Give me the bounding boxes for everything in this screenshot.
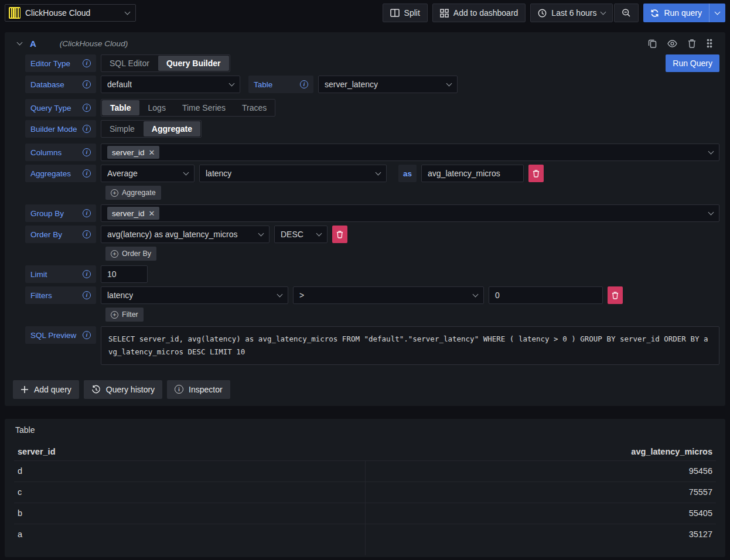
add-filter-button[interactable]: Filter <box>105 308 144 322</box>
run-query-button[interactable]: Run query <box>643 4 725 22</box>
clickhouse-logo-icon <box>9 7 21 19</box>
order-by-direction-select[interactable]: DESC <box>274 226 328 243</box>
run-query-panel-button[interactable]: Run Query <box>666 54 719 72</box>
order-by-column-select[interactable]: avg(latency) as avg_latency_micros <box>101 226 270 243</box>
info-icon[interactable] <box>83 331 91 339</box>
drag-handle-icon[interactable] <box>707 39 712 48</box>
sql-preview: SELECT server_id, avg(latency) as avg_la… <box>101 326 719 365</box>
split-icon <box>390 9 400 17</box>
field-label-query-type: Query Type <box>25 99 96 117</box>
chevron-down-icon <box>715 9 721 15</box>
query-type-traces[interactable]: Traces <box>234 100 275 116</box>
query-type-table[interactable]: Table <box>102 100 139 115</box>
chevron-down-icon <box>125 9 131 15</box>
database-select[interactable]: default <box>101 76 240 93</box>
query-history-button[interactable]: Query history <box>84 380 162 399</box>
builder-mode-radio-group: Simple Aggregate <box>101 120 202 138</box>
toolbar: ClickHouse Cloud Split Add to dashboard … <box>0 0 730 26</box>
limit-input[interactable]: 10 <box>101 265 148 283</box>
remove-order-by-button[interactable] <box>332 226 347 243</box>
chevron-down-icon <box>229 81 235 87</box>
remove-aggregate-button[interactable] <box>528 165 544 182</box>
column-header-server-id[interactable]: server_id <box>14 443 365 460</box>
toolbar-actions: Split Add to dashboard Last 6 hours <box>383 4 725 22</box>
as-label: as <box>398 165 417 182</box>
chevron-down-icon <box>376 170 381 176</box>
panel-title: Table <box>14 424 716 443</box>
editor-type-query-builder[interactable]: Query Builder <box>158 56 229 71</box>
eye-icon[interactable] <box>667 40 677 47</box>
query-type-logs[interactable]: Logs <box>140 100 174 116</box>
field-label-editor-type: Editor Type <box>25 54 96 72</box>
filter-value-input[interactable]: 0 <box>489 286 603 304</box>
info-icon[interactable] <box>83 148 91 156</box>
info-icon[interactable] <box>83 209 91 217</box>
info-icon[interactable] <box>83 270 91 278</box>
query-header: A (ClickHouse Cloud) <box>9 32 721 54</box>
info-icon[interactable] <box>83 80 91 88</box>
aggregate-column-select[interactable]: latency <box>199 165 387 182</box>
field-label-database: Database <box>25 76 96 93</box>
info-icon[interactable] <box>83 230 91 238</box>
query-datasource-hint: (ClickHouse Cloud) <box>60 39 640 48</box>
run-query-dropdown[interactable] <box>709 4 725 22</box>
field-label-aggregates: Aggregates <box>25 165 96 182</box>
info-icon[interactable] <box>83 291 91 299</box>
editor-type-sql-editor[interactable]: SQL Editor <box>101 55 158 71</box>
field-label-limit: Limit <box>25 265 96 283</box>
column-chip: server_id <box>107 146 159 159</box>
time-picker-group: Last 6 hours <box>530 4 639 22</box>
table-cell: 35127 <box>365 524 716 545</box>
columns-multiselect[interactable]: server_id <box>101 144 719 161</box>
query-editor-panel: A (ClickHouse Cloud) Edit <box>5 32 725 406</box>
builder-mode-simple[interactable]: Simple <box>101 121 143 137</box>
add-to-dashboard-button[interactable]: Add to dashboard <box>432 4 526 22</box>
table-select[interactable]: server_latency <box>318 76 458 93</box>
field-label-order-by: Order By <box>25 226 96 243</box>
circle-plus-icon <box>111 189 118 197</box>
field-label-filters: Filters <box>25 286 96 304</box>
info-icon[interactable] <box>300 80 308 88</box>
group-by-multiselect[interactable]: server_id <box>101 204 719 222</box>
builder-mode-aggregate[interactable]: Aggregate <box>144 121 200 136</box>
chevron-down-icon <box>258 231 264 237</box>
zoom-out-button[interactable] <box>614 4 639 22</box>
plus-icon <box>21 385 29 394</box>
info-icon[interactable] <box>83 104 91 112</box>
collapse-chevron-icon[interactable] <box>17 40 23 46</box>
field-label-group-by: Group By <box>25 204 96 222</box>
column-header-avg-latency-micros[interactable]: avg_latency_micros <box>365 443 716 460</box>
remove-filter-button[interactable] <box>608 286 623 304</box>
clock-icon <box>538 9 547 18</box>
copy-icon[interactable] <box>648 39 657 48</box>
inspector-button[interactable]: Inspector <box>167 380 230 399</box>
filter-column-select[interactable]: latency <box>101 286 288 304</box>
trash-icon[interactable] <box>688 39 696 48</box>
time-range-button[interactable]: Last 6 hours <box>530 4 613 22</box>
aggregate-alias-input[interactable]: avg_latency_micros <box>421 165 524 182</box>
query-type-time-series[interactable]: Time Series <box>174 100 234 116</box>
apps-grid-icon <box>440 9 449 18</box>
column-divider <box>365 545 716 555</box>
datasource-picker[interactable]: ClickHouse Cloud <box>5 4 136 22</box>
circle-plus-icon <box>111 311 118 319</box>
add-query-button[interactable]: Add query <box>13 380 79 399</box>
add-aggregate-button[interactable]: Aggregate <box>105 186 161 200</box>
remove-chip-icon[interactable] <box>149 210 155 217</box>
aggregate-function-select[interactable]: Average <box>101 165 195 182</box>
info-icon[interactable] <box>83 169 91 177</box>
info-circle-icon <box>175 385 183 394</box>
add-order-by-button[interactable]: Order By <box>105 247 156 261</box>
filter-operator-select[interactable]: > <box>293 286 484 304</box>
info-icon[interactable] <box>83 125 91 133</box>
table-cell: 95456 <box>365 460 716 482</box>
chevron-down-icon <box>473 292 479 298</box>
field-label-builder-mode: Builder Mode <box>25 120 96 138</box>
remove-chip-icon[interactable] <box>149 149 155 156</box>
chevron-down-icon <box>446 81 452 87</box>
split-button[interactable]: Split <box>383 4 428 22</box>
trash-icon <box>336 230 343 238</box>
table-result-panel: Table server_id avg_latency_micros d 954… <box>5 419 725 557</box>
query-ref-id[interactable]: A <box>30 39 36 49</box>
info-icon[interactable] <box>83 59 91 67</box>
